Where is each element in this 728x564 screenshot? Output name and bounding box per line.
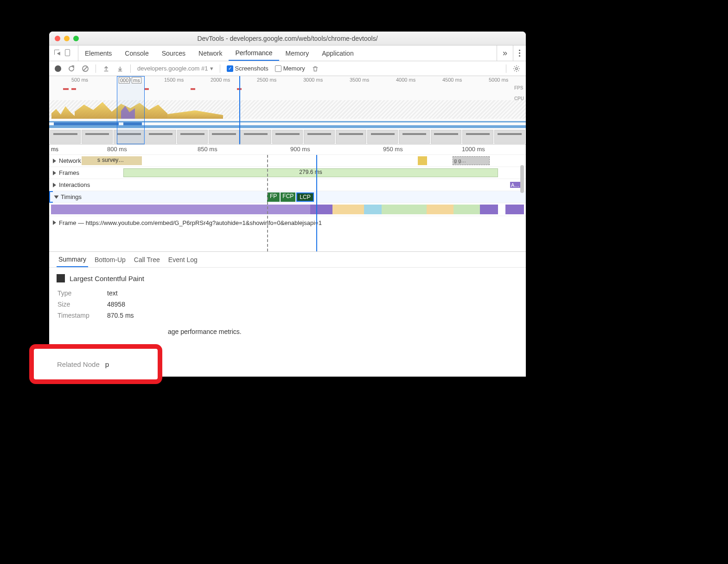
main-flame-bars <box>51 205 498 214</box>
ruler-tick: 2000 ms <box>211 77 230 83</box>
tab-event-log[interactable]: Event Log <box>166 252 199 267</box>
summary-swatch-icon <box>57 274 65 282</box>
flame-tick: 900 ms <box>290 146 310 153</box>
tab-sources[interactable]: Sources <box>155 45 192 61</box>
row-timings[interactable]: Timings FP FCP LCP <box>49 191 526 203</box>
close-icon[interactable] <box>55 36 60 41</box>
ruler-tick: 4000 ms <box>396 77 415 83</box>
ruler-tick: 3000 ms <box>303 77 323 83</box>
tab-bottom-up-label: Bottom-Up <box>95 256 126 263</box>
flame-tick: 950 ms <box>383 146 403 153</box>
more-tabs-chevron-icon[interactable]: » <box>497 45 513 61</box>
playhead-line[interactable] <box>316 155 317 251</box>
garbage-collect-icon[interactable] <box>312 65 319 72</box>
divider <box>506 64 506 73</box>
overview-cursor[interactable] <box>239 76 240 144</box>
row-frames-label: Frames <box>59 169 79 176</box>
screenshots-checkbox[interactable]: ✓ Screenshots <box>227 65 268 72</box>
expand-icon[interactable] <box>53 171 56 175</box>
tab-performance[interactable]: Performance <box>229 45 279 61</box>
memory-label: Memory <box>283 65 305 72</box>
divider <box>220 64 220 73</box>
overview-chart[interactable]: 500 ms 000 ms 1500 ms 2000 ms 2500 ms 30… <box>49 76 526 145</box>
kebab-menu-icon[interactable] <box>513 45 526 61</box>
expand-icon[interactable] <box>53 220 56 225</box>
fcp-marker[interactable]: FCP <box>281 192 295 202</box>
inspect-icon[interactable] <box>54 49 62 58</box>
row-main[interactable]: Main — https://developers.google.com/web… <box>49 203 526 216</box>
tab-network[interactable]: Network <box>192 45 229 61</box>
row-frames[interactable]: Frames 279.6 ms <box>49 167 526 179</box>
val-size: 48958 <box>107 299 134 309</box>
tab-call-tree-label: Call Tree <box>134 256 160 263</box>
interaction-label: A… <box>511 182 519 188</box>
lcp-marker[interactable]: LCP <box>296 192 313 202</box>
chevron-down-icon: ▾ <box>210 65 213 72</box>
network-segment: survey… <box>102 157 124 163</box>
tab-summary[interactable]: Summary <box>57 252 88 267</box>
ruler-tick: 4500 ms <box>442 77 462 83</box>
row-network[interactable]: Network ssurvey… g g… <box>49 155 526 167</box>
load-profile-icon[interactable] <box>102 65 110 72</box>
tab-sources-label: Sources <box>162 50 185 57</box>
recording-dropdown[interactable]: developers.google.com #1▾ <box>137 65 213 72</box>
flame-tick: 800 ms <box>107 146 127 153</box>
row-timestamp: Timestamp870.5 ms <box>57 310 134 320</box>
row-frame-label: Frame — https://www.youtube.com/embed/G_… <box>59 219 322 226</box>
overview-selection[interactable] <box>117 76 145 144</box>
tab-console-label: Console <box>125 50 148 57</box>
flame-scrollbar[interactable] <box>519 147 525 250</box>
scrollbar-handle[interactable] <box>520 165 524 193</box>
divider <box>96 64 96 73</box>
row-network-label: Network <box>59 157 81 164</box>
frame-duration: 279.6 ms <box>299 169 322 175</box>
ruler-tick: 1500 ms <box>164 77 184 83</box>
svg-line-1 <box>83 67 87 70</box>
expand-icon[interactable] <box>53 159 56 163</box>
selection-end-label: ms <box>132 77 141 83</box>
network-segment <box>418 156 427 165</box>
tab-icon-group <box>49 45 78 61</box>
settings-gear-icon[interactable] <box>513 65 520 72</box>
zoom-icon[interactable] <box>73 36 79 41</box>
expand-icon[interactable] <box>53 183 56 187</box>
row-interactions[interactable]: Interactions A… <box>49 179 526 191</box>
frame-bar: 279.6 ms <box>123 168 498 177</box>
collapse-icon[interactable] <box>54 195 59 199</box>
tab-application[interactable]: Application <box>315 45 360 61</box>
selection-start-label: 000 <box>119 77 130 83</box>
details-tabs: Summary Bottom-Up Call Tree Event Log <box>49 252 526 268</box>
clear-icon[interactable] <box>82 65 89 72</box>
device-toggle-icon[interactable] <box>65 49 73 58</box>
flame-chart[interactable]: ms 800 ms 850 ms 900 ms 950 ms 1000 ms N… <box>49 145 526 251</box>
fp-marker[interactable]: FP <box>267 192 280 202</box>
ruler-tick: 3500 ms <box>350 77 369 83</box>
tab-elements-label: Elements <box>85 50 112 57</box>
val-timestamp: 870.5 ms <box>107 310 134 320</box>
window-title: DevTools - developers.google.com/web/too… <box>49 35 526 42</box>
minimize-icon[interactable] <box>64 36 70 41</box>
tab-application-label: Application <box>322 50 354 57</box>
screenshots-label: Screenshots <box>235 65 268 72</box>
related-node-key: Related Node <box>57 360 100 368</box>
tab-elements[interactable]: Elements <box>78 45 118 61</box>
recording-dropdown-label: developers.google.com #1 <box>137 65 208 72</box>
tab-call-tree[interactable]: Call Tree <box>132 252 162 267</box>
flame-ruler: ms 800 ms 850 ms 900 ms 950 ms 1000 ms <box>49 145 526 155</box>
performance-toolbar: developers.google.com #1▾ ✓ Screenshots … <box>49 61 526 76</box>
summary-title: Largest Contentful Paint <box>57 274 518 282</box>
tab-console[interactable]: Console <box>118 45 155 61</box>
related-node-value[interactable]: p <box>105 360 109 368</box>
summary-content: Largest Contentful Paint Typetext Size48… <box>49 268 526 342</box>
tab-memory-label: Memory <box>286 50 309 57</box>
tab-performance-label: Performance <box>235 49 272 57</box>
tab-bottom-up[interactable]: Bottom-Up <box>93 252 128 267</box>
memory-checkbox[interactable]: Memory <box>275 65 305 72</box>
tab-memory[interactable]: Memory <box>279 45 316 61</box>
reload-icon[interactable] <box>68 65 75 72</box>
flame-tick: 1000 ms <box>462 146 485 153</box>
row-frame[interactable]: Frame — https://www.youtube.com/embed/G_… <box>49 216 526 229</box>
tab-network-label: Network <box>198 50 222 57</box>
record-button[interactable] <box>55 65 61 72</box>
save-profile-icon[interactable] <box>116 65 124 72</box>
